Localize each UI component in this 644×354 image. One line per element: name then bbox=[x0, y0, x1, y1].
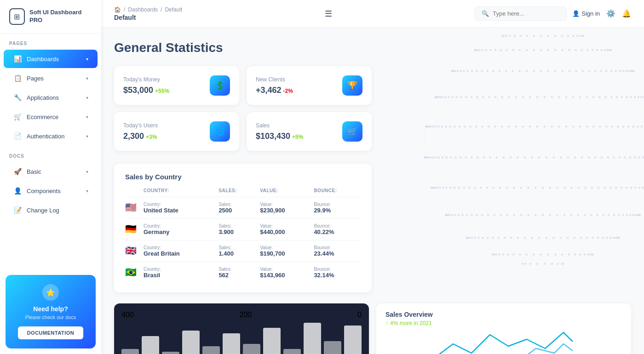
svg-point-373 bbox=[442, 156, 443, 158]
svg-point-77 bbox=[586, 237, 588, 239]
sidebar-item-ecommerce[interactable]: 🛒Ecommerce▾ bbox=[4, 108, 98, 126]
sales-cell-3: Sales:562 bbox=[215, 262, 256, 284]
svg-point-454 bbox=[454, 126, 455, 127]
svg-point-464 bbox=[426, 126, 427, 127]
documentation-button[interactable]: DOCUMENTATION bbox=[18, 326, 84, 339]
svg-point-301 bbox=[621, 187, 622, 188]
svg-point-94 bbox=[477, 237, 479, 239]
svg-point-559 bbox=[437, 96, 439, 98]
svg-point-84 bbox=[538, 237, 540, 239]
svg-point-53 bbox=[519, 253, 521, 255]
settings-icon[interactable]: ⚙️ bbox=[606, 9, 615, 18]
signin-link[interactable]: 👤 Sign in bbox=[572, 10, 600, 17]
svg-point-128 bbox=[610, 237, 611, 239]
notification-icon[interactable]: 🔔 bbox=[622, 9, 631, 18]
svg-point-648 bbox=[451, 70, 453, 72]
svg-point-656 bbox=[466, 70, 468, 72]
svg-point-62 bbox=[579, 253, 581, 255]
svg-point-41 bbox=[502, 253, 504, 255]
svg-point-667 bbox=[533, 70, 535, 72]
svg-point-489 bbox=[529, 126, 531, 127]
svg-point-114 bbox=[524, 237, 526, 239]
country-cell-3: Country:Brasil bbox=[140, 262, 215, 284]
svg-point-657 bbox=[471, 70, 473, 72]
svg-point-641 bbox=[466, 70, 468, 72]
sidebar-item-basic[interactable]: 🚀Basic▾ bbox=[4, 162, 98, 181]
svg-point-360 bbox=[427, 156, 429, 158]
svg-point-769 bbox=[514, 35, 516, 37]
svg-point-554 bbox=[452, 96, 454, 98]
bounce-rate-2: 23.44% bbox=[314, 250, 361, 257]
svg-point-394 bbox=[574, 156, 576, 158]
svg-point-363 bbox=[424, 156, 426, 158]
svg-point-566 bbox=[437, 96, 439, 98]
svg-point-504 bbox=[627, 126, 629, 127]
svg-point-579 bbox=[494, 96, 496, 98]
search-input[interactable] bbox=[493, 10, 557, 17]
svg-point-453 bbox=[459, 126, 460, 127]
svg-point-481 bbox=[475, 126, 477, 127]
svg-point-377 bbox=[460, 156, 461, 158]
value-amount-2: $190,700 bbox=[260, 250, 310, 257]
menu-icon[interactable]: ☰ bbox=[317, 9, 339, 19]
svg-point-342 bbox=[517, 156, 518, 158]
svg-point-18 bbox=[529, 263, 531, 264]
svg-point-239 bbox=[556, 187, 558, 188]
overview-change: 4% more in 2021 bbox=[390, 320, 432, 326]
svg-point-241 bbox=[542, 187, 544, 188]
svg-point-186 bbox=[476, 214, 477, 216]
sidebar-item-dashboards[interactable]: 📊Dashboards▾ bbox=[4, 50, 98, 68]
search-box[interactable]: 🔍 bbox=[475, 6, 567, 21]
svg-point-44 bbox=[493, 253, 494, 255]
value-cell-0: Value:$230,900 bbox=[256, 197, 310, 219]
svg-point-610 bbox=[632, 70, 634, 72]
stat-change-2: +3% bbox=[146, 134, 157, 140]
svg-point-9 bbox=[557, 263, 559, 264]
svg-point-147 bbox=[590, 214, 592, 216]
svg-point-774 bbox=[547, 35, 549, 37]
sidebar-item-changelog[interactable]: 📝Change Log bbox=[4, 201, 98, 219]
chevron-icon-dashboards: ▾ bbox=[86, 57, 88, 62]
svg-point-152 bbox=[556, 214, 558, 216]
sidebar-label-components: Components bbox=[27, 188, 61, 194]
svg-point-396 bbox=[588, 156, 590, 158]
topbar-right: 🔍 👤 Sign in ⚙️ 🔔 bbox=[475, 6, 631, 21]
flag-cell-0: 🇺🇸 bbox=[125, 197, 140, 219]
svg-point-216 bbox=[638, 214, 640, 216]
svg-point-589 bbox=[565, 96, 567, 98]
svg-point-306 bbox=[642, 187, 644, 188]
svg-point-574 bbox=[465, 96, 467, 98]
svg-point-376 bbox=[454, 156, 456, 158]
country-table: Country:Sales:Value:Bounce:🇺🇸Country:Uni… bbox=[125, 188, 361, 283]
sidebar-item-pages[interactable]: 📋Pages▾ bbox=[4, 69, 98, 87]
overview-subtitle: ↑ 4% more in 2021 bbox=[385, 320, 622, 326]
sidebar-label-applications: Applications bbox=[27, 94, 59, 101]
svg-point-58 bbox=[554, 253, 556, 255]
sidebar-item-authentication[interactable]: 📄Authentication▾ bbox=[4, 127, 98, 145]
chevron-icon-authentication: ▾ bbox=[86, 134, 88, 139]
svg-point-295 bbox=[584, 187, 586, 188]
svg-point-328 bbox=[613, 156, 615, 158]
svg-point-254 bbox=[458, 187, 460, 188]
sidebar-item-applications[interactable]: 🔧Applications▾ bbox=[4, 88, 98, 107]
col-header-2: Sales: bbox=[215, 188, 256, 197]
svg-point-598 bbox=[621, 96, 623, 98]
svg-point-12 bbox=[536, 263, 538, 264]
stat-icon-0: 💲 bbox=[210, 75, 230, 96]
svg-point-332 bbox=[588, 156, 590, 158]
country-row-3: 🇧🇷Country:BrasilSales:562Value:$143,960B… bbox=[125, 262, 361, 284]
svg-point-543 bbox=[515, 96, 517, 98]
svg-point-488 bbox=[522, 126, 524, 127]
svg-point-52 bbox=[512, 253, 514, 255]
svg-point-636 bbox=[492, 70, 494, 72]
svg-point-4 bbox=[424, 107, 644, 169]
svg-point-383 bbox=[496, 156, 498, 158]
svg-point-129 bbox=[613, 237, 615, 239]
svg-point-536 bbox=[565, 96, 567, 98]
svg-point-590 bbox=[572, 96, 574, 98]
sidebar-item-components[interactable]: 👤Components▾ bbox=[4, 182, 98, 200]
svg-point-104 bbox=[471, 237, 473, 239]
svg-point-537 bbox=[558, 96, 560, 98]
svg-point-432 bbox=[599, 126, 601, 127]
stats-grid: Today's Money$53,000+55%💲New Clients+3,4… bbox=[114, 66, 372, 151]
